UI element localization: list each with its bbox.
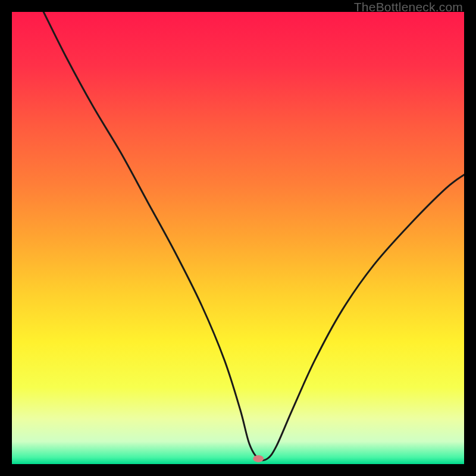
bottleneck-chart: [12, 12, 464, 464]
watermark-text: TheBottleneck.com: [354, 0, 463, 14]
optimal-marker-icon: [253, 455, 264, 462]
